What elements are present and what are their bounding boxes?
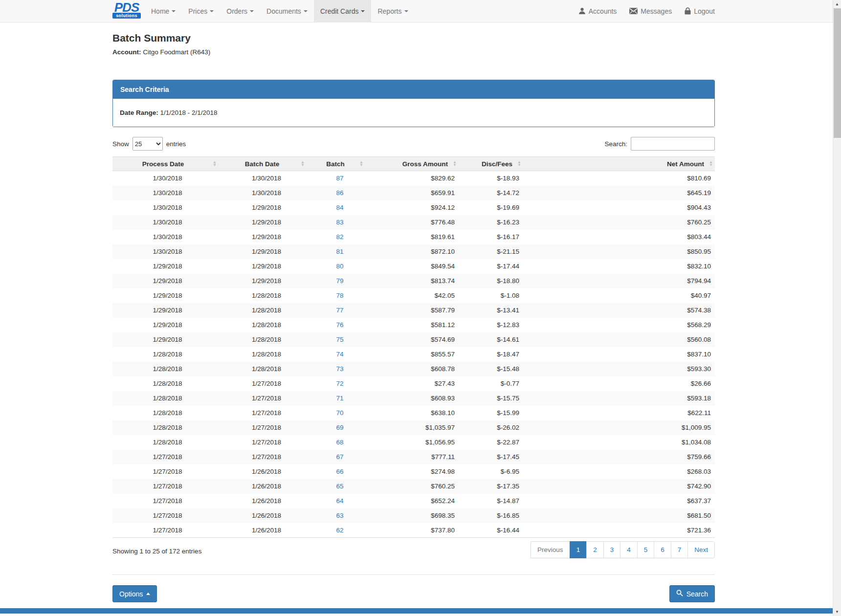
pagination-button[interactable]: 2 [586, 541, 604, 558]
sort-icon: ▲▼ [359, 161, 363, 167]
pagination-button[interactable]: Previous [531, 541, 570, 558]
batch-link[interactable]: 77 [336, 307, 343, 314]
search-input[interactable] [631, 137, 715, 151]
scrollbar-up-arrow[interactable]: ▲ [833, 0, 841, 8]
pagination-button[interactable]: 3 [603, 541, 621, 558]
account-value: Citgo Foodmart (R643) [143, 48, 210, 56]
pagination-button[interactable]: 1 [570, 541, 587, 558]
scrollbar-thumb[interactable] [834, 8, 841, 138]
options-button[interactable]: Options [112, 585, 157, 602]
cell-disc-fees: $-14.72 [459, 186, 523, 200]
batch-link[interactable]: 83 [336, 219, 343, 226]
table-row: 1/28/2018 1/28/2018 74 $855.57 $-18.47 $… [112, 347, 715, 362]
batch-link[interactable]: 68 [336, 439, 343, 446]
vertical-scrollbar[interactable]: ▲ ▼ [833, 0, 841, 616]
cell-net-amount: $681.50 [523, 508, 715, 523]
cell-process-date: 1/29/2018 [112, 318, 222, 332]
brand-logo[interactable]: PDS solutions [112, 2, 141, 19]
nav-item-messages[interactable]: Messages [629, 0, 672, 22]
batch-link[interactable]: 75 [336, 336, 343, 343]
cell-batch: 83 [310, 215, 369, 230]
batch-link[interactable]: 76 [336, 321, 343, 329]
batch-link[interactable]: 63 [336, 512, 343, 519]
cell-batch: 65 [310, 479, 369, 494]
nav-item[interactable]: Documents [260, 0, 314, 22]
chevron-down-icon [210, 10, 214, 12]
cell-batch: 86 [310, 186, 369, 200]
batch-link[interactable]: 64 [336, 497, 343, 505]
pagination-button[interactable]: Next [687, 541, 715, 558]
nav-item[interactable]: Reports [371, 0, 414, 22]
batch-link[interactable]: 79 [336, 277, 343, 285]
batch-link[interactable]: 72 [336, 380, 343, 387]
pagination-button[interactable]: 7 [671, 541, 688, 558]
main-menu: Home Prices Orders Documents [145, 0, 415, 22]
table-row: 1/30/2018 1/29/2018 83 $776.48 $-16.23 $… [112, 215, 715, 230]
column-header[interactable]: Gross Amount ▲▼ [369, 157, 459, 171]
cell-gross-amount: $581.12 [369, 318, 459, 332]
batch-link[interactable]: 71 [336, 395, 343, 402]
cell-net-amount: $721.36 [523, 523, 715, 538]
pagination-button[interactable]: 4 [620, 541, 638, 558]
batch-link[interactable]: 62 [336, 527, 343, 534]
cell-process-date: 1/27/2018 [112, 508, 222, 523]
batch-link[interactable]: 65 [336, 483, 343, 490]
batch-link[interactable]: 86 [336, 189, 343, 197]
nav-item[interactable]: Prices [182, 0, 220, 22]
batch-link[interactable]: 78 [336, 292, 343, 299]
cell-net-amount: $904.43 [523, 200, 715, 215]
cell-process-date: 1/30/2018 [112, 186, 222, 200]
batch-link[interactable]: 81 [336, 248, 343, 255]
column-header[interactable]: Process Date ▲▼ [112, 157, 222, 171]
batch-link[interactable]: 69 [336, 424, 343, 431]
nav-item[interactable]: Orders [220, 0, 260, 22]
cell-gross-amount: $608.93 [369, 391, 459, 406]
cell-batch-date: 1/26/2018 [222, 508, 310, 523]
account-line: Account: Citgo Foodmart (R643) [112, 48, 715, 56]
cell-batch-date: 1/29/2018 [222, 230, 310, 244]
column-header[interactable]: Batch ▲▼ [310, 157, 369, 171]
cell-disc-fees: $-13.41 [459, 303, 523, 318]
cell-net-amount: $40.97 [523, 288, 715, 303]
batch-link[interactable]: 66 [336, 468, 343, 475]
nav-item[interactable]: Home [145, 0, 182, 22]
cell-process-date: 1/27/2018 [112, 450, 222, 464]
batch-link[interactable]: 73 [336, 365, 343, 373]
batch-link[interactable]: 87 [336, 175, 343, 182]
batch-link[interactable]: 84 [336, 204, 343, 211]
cell-gross-amount: $638.10 [369, 406, 459, 420]
action-buttons: Options Search [112, 585, 715, 602]
cell-process-date: 1/28/2018 [112, 391, 222, 406]
batch-link[interactable]: 74 [336, 351, 343, 358]
batch-link[interactable]: 67 [336, 453, 343, 461]
batch-link[interactable]: 70 [336, 409, 343, 417]
column-header[interactable]: Net Amount ▲▼ [523, 157, 715, 171]
cell-process-date: 1/28/2018 [112, 435, 222, 450]
pagination-button[interactable]: 5 [637, 541, 655, 558]
cell-process-date: 1/29/2018 [112, 274, 222, 288]
pagination-button[interactable]: 6 [654, 541, 671, 558]
cell-net-amount: $832.10 [523, 259, 715, 274]
user-menu: Accounts Messages [578, 0, 715, 22]
cell-net-amount: $593.30 [523, 362, 715, 376]
show-label: Show [112, 140, 129, 148]
nav-item-logout[interactable]: Logout [685, 0, 715, 22]
brand-logo-text: PDS [112, 2, 141, 13]
search-criteria-header: Search Criteria [113, 80, 714, 99]
cell-batch-date: 1/28/2018 [222, 332, 310, 347]
cell-batch-date: 1/26/2018 [222, 479, 310, 494]
search-button[interactable]: Search [669, 585, 715, 602]
batch-link[interactable]: 82 [336, 233, 343, 241]
scrollbar-down-arrow[interactable]: ▼ [833, 608, 841, 616]
nav-item[interactable]: Credit Cards [314, 0, 372, 22]
batch-link[interactable]: 80 [336, 263, 343, 270]
column-header[interactable]: Batch Date ▲▼ [222, 157, 310, 171]
nav-item-accounts[interactable]: Accounts [578, 0, 617, 22]
column-header[interactable]: Disc/Fees ▲▼ [459, 157, 523, 171]
table-row: 1/28/2018 1/27/2018 68 $1,056.95 $-22.87… [112, 435, 715, 450]
page-size-select[interactable]: 25 [133, 137, 163, 151]
cell-process-date: 1/27/2018 [112, 523, 222, 538]
cell-process-date: 1/28/2018 [112, 420, 222, 435]
cell-net-amount: $574.38 [523, 303, 715, 318]
cell-batch: 62 [310, 523, 369, 538]
